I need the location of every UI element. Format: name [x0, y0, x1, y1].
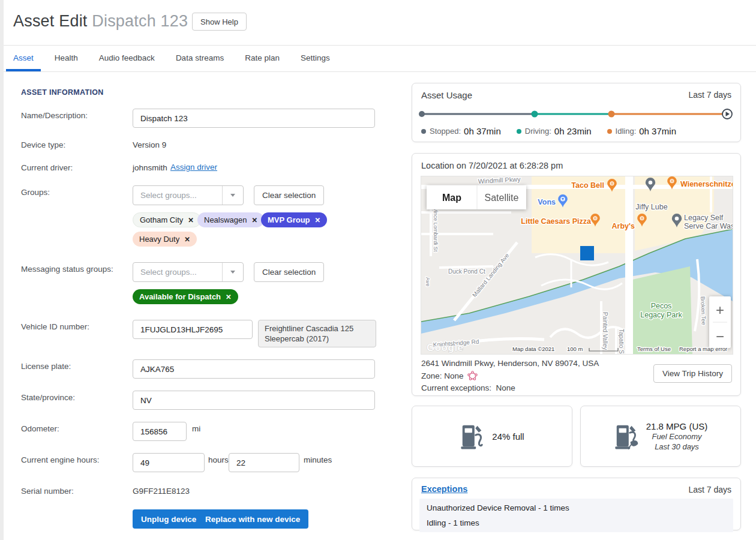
location-address: 2641 Windmill Pkwy, Henderson, NV 89074,… — [421, 359, 599, 368]
driving-dot — [532, 111, 538, 118]
current-driver-label: Current driver: — [21, 163, 129, 172]
zoom-in-button[interactable]: + — [716, 302, 724, 318]
odometer-unit: mi — [192, 424, 200, 433]
exceptions-panel: Exceptions Last 7 days Unauthorized Devi… — [412, 478, 741, 530]
tab-asset[interactable]: Asset — [6, 46, 41, 71]
poi-label-car-wash-line1[interactable]: Legacy Self — [684, 214, 724, 222]
unplug-device-button[interactable]: Unplug device — [133, 509, 205, 529]
page-title: Asset Edit Dispatch 123 — [13, 12, 188, 31]
tab-bar: Asset Health Audio feedback Data streams… — [4, 46, 756, 72]
asset-information-form: ASSET INFORMATION Name/Description: Devi… — [17, 84, 401, 540]
poi-label-jiffy-lube[interactable]: Jiffy Lube — [635, 203, 667, 211]
poi-label-wienerschnitzel[interactable]: Wienerschnitze — [680, 180, 733, 188]
hours-unit: hours — [208, 455, 229, 464]
groups-select-caret[interactable] — [222, 186, 243, 205]
tab-data-streams[interactable]: Data streams — [169, 46, 231, 71]
fuel-economy-period: Last 30 days — [646, 442, 708, 452]
show-help-button[interactable]: Show Help — [192, 13, 247, 31]
asset-location-marker[interactable] — [580, 246, 594, 260]
usage-legend: Stopped: 0h 37min Driving: 0h 23min Idli… — [421, 126, 676, 136]
messaging-tag: Available for Dispatch ✕ — [133, 289, 238, 304]
replace-device-button[interactable]: Replace with new device — [197, 509, 308, 529]
current-driver-value: johnsmith — [133, 163, 167, 172]
exceptions-period: Last 7 days — [688, 485, 731, 494]
remove-tag-icon[interactable]: ✕ — [252, 216, 258, 224]
park-label-line1: Pecos — [651, 302, 672, 310]
map-park — [632, 266, 692, 354]
asset-edit-page: Asset Edit Dispatch 123 Show Help Asset … — [0, 0, 756, 540]
street-label-painted-valley: Painted Valley — [602, 312, 608, 350]
group-tag: Nealswagen ✕ — [197, 212, 264, 227]
usage-timeline — [417, 107, 737, 121]
group-tag-label: Gotham City — [140, 215, 183, 224]
fuel-pump-icon — [460, 422, 485, 451]
map-scale-label: 100 m — [567, 346, 583, 352]
remove-tag-icon[interactable]: ✕ — [188, 216, 194, 224]
engine-minutes-input[interactable] — [229, 453, 299, 472]
exceptions-link[interactable]: Exceptions — [421, 484, 467, 494]
view-trip-history-button[interactable]: View Trip History — [653, 364, 732, 383]
license-plate-input[interactable] — [133, 359, 375, 379]
chevron-down-icon — [230, 271, 235, 274]
poi-label-taco-bell[interactable]: Taco Bell — [571, 181, 604, 190]
page-title-asset-name: Dispatch 123 — [92, 12, 188, 30]
groups-select[interactable]: Select groups... — [133, 185, 244, 205]
exception-row: Idling - 1 times — [419, 515, 733, 530]
group-tag-label: Nealswagen — [204, 215, 247, 224]
remove-tag-icon[interactable]: ✕ — [315, 216, 321, 224]
messaging-clear-button[interactable]: Clear selection — [254, 262, 324, 282]
name-input[interactable] — [133, 109, 375, 128]
idling-dot-icon — [607, 129, 612, 134]
park-label-line2: Legacy Park — [640, 311, 682, 319]
play-circle-icon[interactable] — [722, 109, 732, 119]
google-logo: Google — [427, 342, 464, 353]
exceptions-list: Unauthorized Device Removal - 1 times Id… — [419, 499, 733, 532]
vin-input[interactable] — [133, 320, 253, 339]
stopped-dot-icon — [421, 129, 426, 134]
name-label: Name/Description: — [21, 111, 129, 120]
report-map-error-link[interactable]: Report a map error — [679, 346, 727, 352]
remove-tag-icon[interactable]: ✕ — [184, 235, 190, 244]
odometer-label: Odometer: — [21, 424, 129, 433]
poi-label-arbys[interactable]: Arby's — [612, 222, 635, 230]
engine-hours-input[interactable] — [133, 453, 205, 472]
street-label-broken-tee: Broken Tee — [700, 296, 707, 325]
current-exceptions-line: Current exceptions: None — [421, 383, 515, 392]
groups-label: Groups: — [21, 188, 129, 197]
legend-idling: Idling: 0h 37min — [607, 126, 676, 136]
tab-settings[interactable]: Settings — [293, 46, 337, 71]
group-tag-label: Heavy Duty — [139, 235, 179, 244]
terms-of-use-link[interactable]: Terms of Use — [637, 346, 671, 352]
group-tag-label: MVP Group — [268, 215, 310, 224]
location-title: Location on 7/20/2021 at 6:28:28 pm — [421, 161, 563, 170]
messaging-groups-label: Messaging status groups: — [21, 265, 129, 274]
odometer-input[interactable] — [133, 422, 187, 441]
poi-label-little-caesars[interactable]: Little Caesars Pizza — [521, 217, 592, 226]
device-type-label: Device type: — [21, 140, 129, 149]
map-button-label[interactable]: Map — [442, 193, 461, 203]
assign-driver-link[interactable]: Assign driver — [170, 163, 217, 172]
tab-audio-feedback[interactable]: Audio feedback — [92, 46, 162, 71]
poi-label-vons[interactable]: Vons — [538, 198, 556, 206]
tab-health[interactable]: Health — [47, 46, 85, 71]
satellite-button-label[interactable]: Satellite — [485, 193, 519, 203]
vin-label: Vehicle ID number: — [21, 322, 129, 331]
zone-icon[interactable] — [467, 371, 478, 381]
messaging-groups-select[interactable]: Select groups... — [133, 262, 244, 282]
poi-label-car-wash-line2[interactable]: Serve Car Was — [684, 222, 733, 230]
fuel-economy-icon — [614, 422, 639, 451]
tab-rate-plan[interactable]: Rate plan — [238, 46, 287, 71]
remove-tag-icon[interactable]: ✕ — [226, 293, 232, 301]
section-title: ASSET INFORMATION — [21, 88, 104, 97]
state-input[interactable] — [133, 391, 375, 410]
map[interactable]: Windmill Pkwy Vince Lombardi St Ave Duck… — [421, 176, 733, 355]
groups-clear-button[interactable]: Clear selection — [254, 185, 324, 205]
group-tag: Gotham City ✕ — [133, 212, 201, 227]
page-title-main: Asset Edit — [13, 12, 88, 30]
messaging-select-caret[interactable] — [222, 263, 243, 281]
zoom-out-button[interactable]: − — [716, 328, 724, 344]
fuel-level-card: 24% full — [412, 406, 572, 467]
vehicle-info-box: Freightliner Cascadia 125 Sleepercab (20… — [258, 320, 376, 347]
group-tag: MVP Group ✕ — [261, 212, 327, 227]
location-zone: Zone: None — [421, 371, 478, 381]
